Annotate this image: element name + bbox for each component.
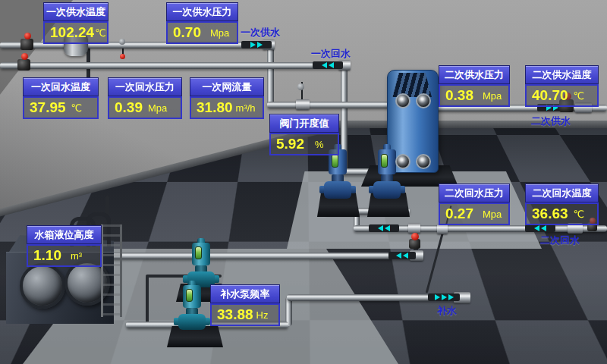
gauge-title: 二次供水温度 xyxy=(525,65,599,84)
gauge-title: 一次供水压力 xyxy=(166,2,238,21)
gauge-makeup-pump-frequency: 补水泵频率 33.88Hz xyxy=(210,284,280,326)
gauge-title: 一次回水压力 xyxy=(108,77,182,96)
control-valve-actuator xyxy=(297,83,304,90)
valve-handle-icon xyxy=(21,53,28,60)
gauge-title: 二次供水压力 xyxy=(439,65,510,84)
pipe-primary-supply-drop xyxy=(267,44,274,105)
gauge-unit: ℃ xyxy=(95,27,106,39)
gauge-secondary-supply-temp: 二次供水温度 40.70℃ xyxy=(525,65,599,107)
hmi-heat-exchange-station: 一次供水 一次回水 二次供水 二次回水 补水 一次供水温度 102.24℃ 一次… xyxy=(0,0,607,364)
pipe-tank-outlet xyxy=(111,253,423,259)
gauge-unit: Mpa xyxy=(483,209,502,220)
gauge-secondary-return-pressure: 二次回水压力 0.27Mpa xyxy=(439,184,510,225)
pipe-label-secondary-return: 二次回水 xyxy=(540,234,580,247)
flow-arrows-tank-line-icon xyxy=(388,252,416,259)
gauge-unit: Mpa xyxy=(210,27,229,39)
gauge-value: 37.95 xyxy=(30,99,66,116)
gauge-title: 水箱液位高度 xyxy=(27,225,102,244)
gauge-secondary-return-temp: 二次回水温度 36.63℃ xyxy=(525,184,599,225)
gauge-secondary-supply-pressure: 二次供水压力 0.38Mpa xyxy=(439,65,510,107)
circulation-pump-2 xyxy=(370,144,404,205)
flow-arrows-makeup-icon xyxy=(428,293,460,301)
gauge-value: 5.92 xyxy=(276,136,304,152)
flow-arrows-primary-return-icon xyxy=(313,61,343,69)
gauge-title: 一次回水温度 xyxy=(23,77,99,96)
gauge-unit: Hz xyxy=(256,309,269,321)
valve-primary-return xyxy=(17,59,30,71)
gauge-title: 补水泵频率 xyxy=(210,284,280,303)
pipe-label-makeup-water: 补水 xyxy=(437,304,457,318)
valve-handle-icon xyxy=(24,33,31,39)
gauge-title: 二次回水压力 xyxy=(439,184,510,202)
pipe-label-primary-supply: 一次供水 xyxy=(241,26,280,39)
gauge-value: 40.70 xyxy=(532,87,568,104)
flow-arrows-secondary-return-icon xyxy=(369,224,399,232)
pump-status-indicator xyxy=(381,154,388,168)
gauge-unit: ℃ xyxy=(71,102,83,114)
gauge-tank-level: 水箱液位高度 1.10m³ xyxy=(27,225,102,267)
pipe-to-exchanger xyxy=(267,102,404,108)
sensor-tip-icon xyxy=(120,54,125,59)
exchanger-port xyxy=(395,93,410,108)
exchanger-port xyxy=(416,154,431,169)
tee-fitting xyxy=(408,223,420,234)
gauge-value: 1.10 xyxy=(33,247,61,264)
pipe-thin-loop-v xyxy=(146,276,149,323)
gauge-value: 0.27 xyxy=(445,206,473,222)
flow-arrows-secondary-return-2-icon xyxy=(525,224,555,232)
gauge-primary-return-temp: 一次回水温度 37.95℃ xyxy=(23,77,99,119)
gauge-value: 0.39 xyxy=(115,99,143,116)
gauge-value: 33.88 xyxy=(217,306,253,323)
gauge-value: 0.38 xyxy=(445,87,473,104)
gauge-title: 阀门开度值 xyxy=(269,114,339,133)
gauge-value: 31.80 xyxy=(197,99,233,116)
gauge-primary-network-flow: 一次网流量 31.80m³/h xyxy=(190,77,264,119)
valve-primary-supply xyxy=(20,39,33,50)
gauge-valve-opening: 阀门开度值 5.92% xyxy=(269,114,339,155)
pipe-label-primary-return: 一次回水 xyxy=(311,47,351,61)
gauge-primary-supply-pressure: 一次供水压力 0.70Mpa xyxy=(166,2,238,44)
gauge-unit: Mpa xyxy=(483,90,502,102)
tee-fitting xyxy=(437,224,448,234)
tank-manhole-icon xyxy=(20,263,65,309)
control-valve-body xyxy=(296,99,310,110)
gauge-title: 一次供水温度 xyxy=(43,2,109,21)
gauge-unit: ℃ xyxy=(574,90,585,102)
gauge-unit: Mpa xyxy=(148,102,167,114)
gauge-value: 36.63 xyxy=(532,206,568,222)
pump-status-indicator xyxy=(332,154,338,168)
gauge-title: 一次网流量 xyxy=(190,77,264,96)
sensor-head-icon xyxy=(119,39,125,45)
exchanger-port xyxy=(416,93,431,108)
gauge-unit: % xyxy=(315,139,324,150)
makeup-pump-2 xyxy=(177,281,207,334)
gauge-unit: ℃ xyxy=(574,209,585,220)
tank-ladder xyxy=(101,224,122,317)
gauge-primary-return-pressure: 一次回水压力 0.39Mpa xyxy=(108,77,182,119)
valve-handle-icon xyxy=(411,233,419,240)
pipe-primary-return xyxy=(0,62,345,69)
pipe-label-secondary-supply: 二次供水 xyxy=(531,115,571,128)
gauge-title: 二次回水温度 xyxy=(525,184,599,202)
gauge-unit: m³/h xyxy=(236,102,256,114)
gauge-primary-supply-temp: 一次供水温度 102.24℃ xyxy=(43,2,109,44)
pump-status-indicator xyxy=(186,289,193,302)
flow-arrows-primary-supply-icon xyxy=(241,41,272,49)
gauge-value: 0.70 xyxy=(173,24,201,41)
gauge-unit: m³ xyxy=(71,250,82,262)
exchanger-port xyxy=(395,154,410,169)
gauge-value: 102.24 xyxy=(50,24,94,41)
pump-status-indicator xyxy=(195,246,202,259)
